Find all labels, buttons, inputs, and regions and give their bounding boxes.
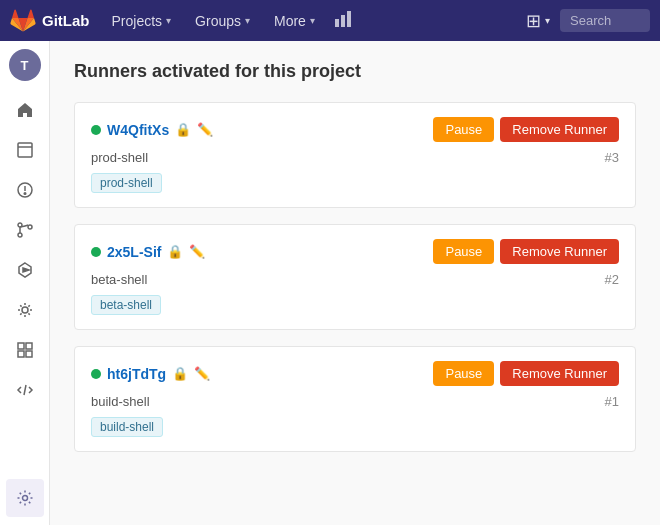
nav-projects[interactable]: Projects ▾: [102, 0, 182, 41]
sidebar-item-cicd[interactable]: [6, 251, 44, 289]
gitlab-logo-icon: [10, 8, 36, 34]
sidebar-item-issues[interactable]: [6, 171, 44, 209]
runner-id-1: #3: [605, 150, 619, 165]
runner-name-1: W4QfitXs: [107, 122, 169, 138]
runner-status-dot-2: [91, 247, 101, 257]
sidebar-item-repo[interactable]: [6, 131, 44, 169]
nav-groups[interactable]: Groups ▾: [185, 0, 260, 41]
nav-plus-chevron-icon[interactable]: ▾: [545, 15, 550, 26]
avatar[interactable]: T: [9, 49, 41, 81]
sidebar: T: [0, 41, 50, 525]
svg-rect-0: [335, 19, 339, 27]
search-input[interactable]: [560, 9, 650, 32]
runner-edit-icon-3[interactable]: ✏️: [194, 366, 210, 381]
nav-bar-chart-icon[interactable]: [333, 9, 353, 32]
svg-marker-11: [23, 268, 29, 272]
runner-tag-1: prod-shell: [91, 173, 162, 193]
svg-rect-3: [18, 143, 32, 157]
runner-pause-button-1[interactable]: Pause: [433, 117, 494, 142]
svg-rect-14: [26, 343, 32, 349]
runner-lock-icon-3: 🔒: [172, 366, 188, 381]
runner-remove-button-1[interactable]: Remove Runner: [500, 117, 619, 142]
svg-rect-15: [18, 351, 24, 357]
runner-shell-3: build-shell: [91, 394, 150, 409]
runner-remove-button-3[interactable]: Remove Runner: [500, 361, 619, 386]
top-navigation: GitLab Projects ▾ Groups ▾ More ▾ ⊞ ▾: [0, 0, 660, 41]
runner-shell-2: beta-shell: [91, 272, 147, 287]
runner-name-group-1: W4QfitXs 🔒 ✏️: [91, 122, 213, 138]
runner-pause-button-2[interactable]: Pause: [433, 239, 494, 264]
nav-more[interactable]: More ▾: [264, 0, 325, 41]
runner-shell-1: prod-shell: [91, 150, 148, 165]
nav-projects-label: Projects: [112, 13, 163, 29]
runner-buttons-1: Pause Remove Runner: [433, 117, 619, 142]
runner-edit-icon-2[interactable]: ✏️: [189, 244, 205, 259]
svg-point-17: [22, 496, 27, 501]
runner-lock-icon-2: 🔒: [167, 244, 183, 259]
runner-meta-2: beta-shell #2: [91, 272, 619, 287]
sidebar-item-home[interactable]: [6, 91, 44, 129]
runner-name-2: 2x5L-Sif: [107, 244, 161, 260]
svg-rect-16: [26, 351, 32, 357]
svg-rect-13: [18, 343, 24, 349]
svg-point-7: [24, 193, 26, 195]
sidebar-item-settings[interactable]: [6, 479, 44, 517]
runner-id-2: #2: [605, 272, 619, 287]
svg-point-9: [18, 233, 22, 237]
runner-status-dot-1: [91, 125, 101, 135]
runner-name-group-2: 2x5L-Sif 🔒 ✏️: [91, 244, 205, 260]
runner-buttons-2: Pause Remove Runner: [433, 239, 619, 264]
svg-rect-1: [341, 15, 345, 27]
sidebar-item-snippets[interactable]: [6, 371, 44, 409]
gitlab-logo[interactable]: GitLab: [10, 8, 90, 34]
runner-meta-3: build-shell #1: [91, 394, 619, 409]
runner-lock-icon-1: 🔒: [175, 122, 191, 137]
runner-buttons-3: Pause Remove Runner: [433, 361, 619, 386]
runner-tag-2: beta-shell: [91, 295, 161, 315]
runner-name-group-3: ht6jTdTg 🔒 ✏️: [91, 366, 210, 382]
runner-edit-icon-1[interactable]: ✏️: [197, 122, 213, 137]
runner-remove-button-2[interactable]: Remove Runner: [500, 239, 619, 264]
runner-id-3: #1: [605, 394, 619, 409]
runner-header-1: W4QfitXs 🔒 ✏️ Pause Remove Runner: [91, 117, 619, 142]
page-title: Runners activated for this project: [74, 61, 636, 82]
nav-groups-label: Groups: [195, 13, 241, 29]
runner-card-3: ht6jTdTg 🔒 ✏️ Pause Remove Runner build-…: [74, 346, 636, 452]
runner-card-2: 2x5L-Sif 🔒 ✏️ Pause Remove Runner beta-s…: [74, 224, 636, 330]
nav-groups-chevron-icon: ▾: [245, 15, 250, 26]
runner-header-3: ht6jTdTg 🔒 ✏️ Pause Remove Runner: [91, 361, 619, 386]
runner-pause-button-3[interactable]: Pause: [433, 361, 494, 386]
runner-tag-3: build-shell: [91, 417, 163, 437]
nav-more-chevron-icon: ▾: [310, 15, 315, 26]
runner-header-2: 2x5L-Sif 🔒 ✏️ Pause Remove Runner: [91, 239, 619, 264]
main-content: Runners activated for this project W4Qfi…: [50, 41, 660, 525]
nav-projects-chevron-icon: ▾: [166, 15, 171, 26]
runner-meta-1: prod-shell #3: [91, 150, 619, 165]
runner-status-dot-3: [91, 369, 101, 379]
svg-rect-2: [347, 11, 351, 27]
nav-plus-group: ⊞ ▾: [522, 10, 550, 32]
svg-point-12: [22, 307, 28, 313]
svg-point-10: [28, 225, 32, 229]
sidebar-item-mergerequests[interactable]: [6, 211, 44, 249]
gitlab-logo-text: GitLab: [42, 12, 90, 29]
nav-more-label: More: [274, 13, 306, 29]
nav-plus-icon[interactable]: ⊞: [522, 10, 545, 32]
sidebar-item-packages[interactable]: [6, 331, 44, 369]
runner-card-1: W4QfitXs 🔒 ✏️ Pause Remove Runner prod-s…: [74, 102, 636, 208]
runner-name-3: ht6jTdTg: [107, 366, 166, 382]
sidebar-item-operations[interactable]: [6, 291, 44, 329]
